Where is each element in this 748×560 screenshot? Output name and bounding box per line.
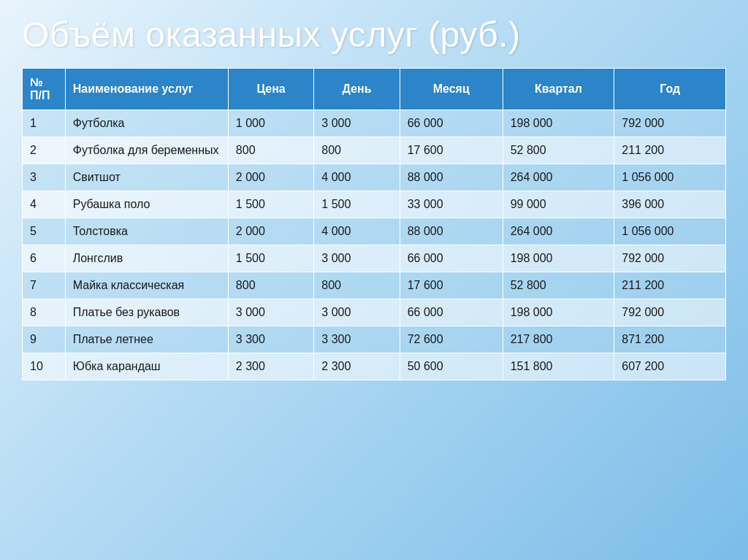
cell-day: 4 000 xyxy=(314,218,400,245)
cell-num: 4 xyxy=(23,191,66,218)
cell-num: 2 xyxy=(23,137,66,164)
cell-num: 5 xyxy=(23,218,66,245)
cell-num: 7 xyxy=(23,272,66,299)
cell-day: 4 000 xyxy=(314,164,400,191)
cell-name: Платье без рукавов xyxy=(65,299,228,326)
cell-month: 88 000 xyxy=(400,164,503,191)
cell-day: 1 500 xyxy=(314,191,400,218)
header-quarter: Квартал xyxy=(503,69,614,110)
cell-quarter: 264 000 xyxy=(503,218,614,245)
cell-num: 8 xyxy=(23,299,66,326)
cell-quarter: 198 000 xyxy=(503,110,614,137)
cell-price: 1 500 xyxy=(228,191,313,218)
table-row: 3Свитшот2 0004 00088 000264 0001 056 000 xyxy=(23,164,726,191)
cell-name: Лонгслив xyxy=(65,245,228,272)
cell-month: 72 600 xyxy=(400,326,503,353)
cell-quarter: 198 000 xyxy=(503,299,614,326)
cell-day: 3 000 xyxy=(314,110,400,137)
header-name: Наименование услуг xyxy=(65,69,228,110)
cell-quarter: 52 800 xyxy=(503,272,614,299)
cell-quarter: 264 000 xyxy=(503,164,614,191)
cell-month: 66 000 xyxy=(400,110,503,137)
header-price: Цена xyxy=(228,69,313,110)
cell-price: 2 300 xyxy=(228,353,313,380)
cell-price: 3 300 xyxy=(228,326,313,353)
cell-name: Футболка для беременных xyxy=(65,137,228,164)
table-row: 7Майка классическая80080017 60052 800211… xyxy=(23,272,726,299)
table-row: 2Футболка для беременных80080017 60052 8… xyxy=(23,137,726,164)
cell-year: 792 000 xyxy=(614,245,726,272)
cell-month: 17 600 xyxy=(400,137,503,164)
cell-name: Юбка карандаш xyxy=(65,353,228,380)
cell-price: 800 xyxy=(228,272,313,299)
cell-price: 3 000 xyxy=(228,299,313,326)
cell-quarter: 217 800 xyxy=(503,326,614,353)
cell-day: 800 xyxy=(314,272,400,299)
cell-year: 1 056 000 xyxy=(614,164,726,191)
cell-price: 1 500 xyxy=(228,245,313,272)
cell-year: 1 056 000 xyxy=(614,218,726,245)
table-row: 10Юбка карандаш2 3002 30050 600151 80060… xyxy=(23,353,726,380)
cell-num: 3 xyxy=(23,164,66,191)
cell-price: 2 000 xyxy=(228,218,313,245)
cell-num: 9 xyxy=(23,326,66,353)
cell-num: 10 xyxy=(23,353,66,380)
cell-name: Толстовка xyxy=(65,218,228,245)
cell-quarter: 99 000 xyxy=(503,191,614,218)
cell-price: 800 xyxy=(228,137,313,164)
cell-name: Платье летнее xyxy=(65,326,228,353)
header-year: Год xyxy=(614,69,726,110)
cell-day: 2 300 xyxy=(314,353,400,380)
cell-name: Рубашка поло xyxy=(65,191,228,218)
table-row: 4Рубашка поло1 5001 50033 00099 000396 0… xyxy=(23,191,726,218)
cell-day: 3 000 xyxy=(314,299,400,326)
cell-quarter: 52 800 xyxy=(503,137,614,164)
cell-year: 211 200 xyxy=(614,137,726,164)
services-table: № П/П Наименование услуг Цена День Месяц… xyxy=(22,68,726,380)
cell-price: 1 000 xyxy=(228,110,313,137)
cell-month: 50 600 xyxy=(400,353,503,380)
cell-price: 2 000 xyxy=(228,164,313,191)
cell-year: 211 200 xyxy=(614,272,726,299)
cell-num: 6 xyxy=(23,245,66,272)
cell-month: 33 000 xyxy=(400,191,503,218)
cell-day: 800 xyxy=(314,137,400,164)
table-row: 8Платье без рукавов3 0003 00066 000198 0… xyxy=(23,299,726,326)
cell-month: 66 000 xyxy=(400,245,503,272)
cell-name: Футболка xyxy=(65,110,228,137)
header-num: № П/П xyxy=(23,69,66,110)
cell-num: 1 xyxy=(23,110,66,137)
cell-month: 88 000 xyxy=(400,218,503,245)
table-row: 5Толстовка2 0004 00088 000264 0001 056 0… xyxy=(23,218,726,245)
cell-year: 871 200 xyxy=(614,326,726,353)
cell-month: 17 600 xyxy=(400,272,503,299)
page: Объём оказанных услуг (руб.) № П/П Наиме… xyxy=(0,0,748,560)
cell-quarter: 198 000 xyxy=(503,245,614,272)
cell-month: 66 000 xyxy=(400,299,503,326)
cell-day: 3 000 xyxy=(314,245,400,272)
table-row: 6Лонгслив1 5003 00066 000198 000792 000 xyxy=(23,245,726,272)
page-title: Объём оказанных услуг (руб.) xyxy=(22,15,726,55)
table-row: 1Футболка1 0003 00066 000198 000792 000 xyxy=(23,110,726,137)
cell-year: 607 200 xyxy=(614,353,726,380)
cell-quarter: 151 800 xyxy=(503,353,614,380)
header-month: Месяц xyxy=(400,69,503,110)
header-day: День xyxy=(314,69,400,110)
cell-year: 792 000 xyxy=(614,110,726,137)
cell-year: 396 000 xyxy=(614,191,726,218)
table-row: 9Платье летнее3 3003 30072 600217 800871… xyxy=(23,326,726,353)
cell-day: 3 300 xyxy=(314,326,400,353)
cell-year: 792 000 xyxy=(614,299,726,326)
cell-name: Майка классическая xyxy=(65,272,228,299)
cell-name: Свитшот xyxy=(65,164,228,191)
